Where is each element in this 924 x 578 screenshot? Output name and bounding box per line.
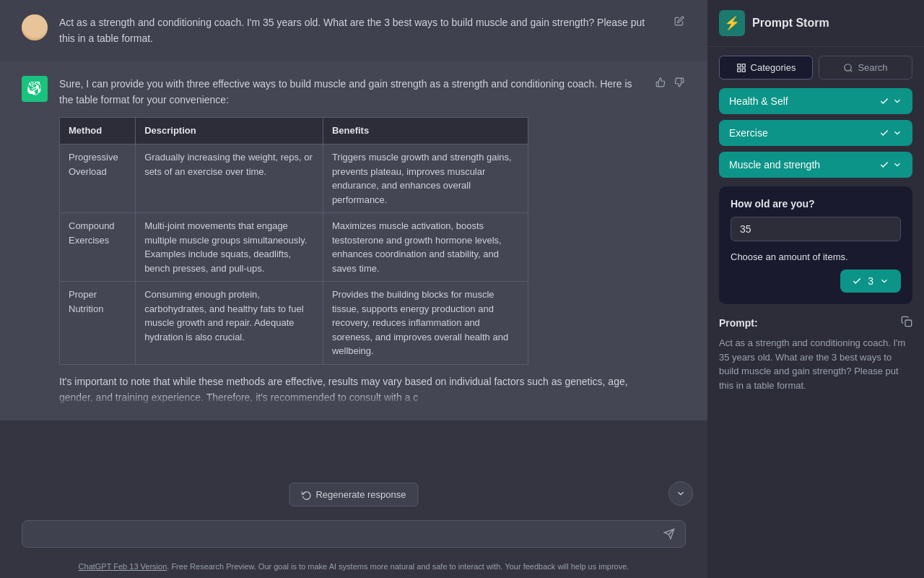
ai-intro-text: Sure, I can provide you with three effec… [59, 76, 642, 108]
table-row: Proper NutritionConsuming enough protein… [60, 282, 528, 365]
regen-area: Regenerate response [289, 483, 418, 506]
table-cell-benefits: Provides the building blocks for muscle … [323, 282, 528, 365]
svg-rect-8 [905, 320, 912, 327]
table-row: Compound ExercisesMulti-joint movements … [60, 213, 528, 282]
svg-rect-3 [742, 64, 745, 66]
ps-prompt-text: Act as a strength and conditioning coach… [719, 336, 912, 392]
ps-categories: Health & Self Exercise Muscle and streng… [707, 88, 924, 186]
tab-categories[interactable]: Categories [719, 56, 813, 79]
table-cell-method: Compound Exercises [60, 213, 136, 282]
footer-text-rest: . Free Research Preview. Our goal is to … [167, 562, 629, 571]
health-self-check-chevron [879, 96, 902, 106]
ps-prompt-section: Prompt: Act as a strength and conditioni… [719, 316, 912, 392]
table-cell-benefits: Triggers muscle growth and strength gain… [323, 144, 528, 213]
category-muscle-strength[interactable]: Muscle and strength [719, 152, 912, 178]
category-exercise[interactable]: Exercise [719, 120, 912, 146]
amount-value: 3 [868, 275, 873, 287]
user-message-actions [673, 14, 686, 30]
age-input[interactable] [731, 217, 901, 241]
category-exercise-label: Exercise [729, 127, 768, 139]
exercise-check-chevron [879, 128, 902, 138]
chat-footer: ChatGPT Feb 13 Version. Free Research Pr… [0, 558, 707, 578]
svg-line-7 [850, 69, 853, 72]
age-label: How old are you? [731, 198, 901, 210]
chat-messages: Act as a strength and conditioning coach… [0, 0, 707, 477]
amount-label: Choose an amount of items. [731, 251, 901, 262]
send-button[interactable] [663, 528, 675, 540]
user-avatar [22, 14, 48, 40]
table-header-benefits: Benefits [323, 117, 528, 144]
user-message: Act as a strength and conditioning coach… [0, 0, 707, 61]
svg-rect-4 [737, 69, 740, 72]
user-face-graphic [22, 14, 48, 40]
prompt-storm-panel: ⚡ Prompt Storm Categories Search Health … [707, 0, 924, 578]
ps-title: Prompt Storm [752, 17, 829, 30]
footer-link[interactable]: ChatGPT Feb 13 Version [79, 562, 167, 571]
regen-container: Regenerate response [0, 477, 707, 513]
ps-copy-button[interactable] [901, 316, 912, 330]
muscle-strength-check-chevron [879, 160, 902, 170]
thumbs-up-button[interactable] [654, 76, 667, 91]
chat-input-wrapper [22, 520, 686, 548]
table-header-description: Description [136, 117, 323, 144]
amount-select-button[interactable]: 3 [840, 269, 901, 293]
edit-message-button[interactable] [673, 14, 686, 30]
ps-header: ⚡ Prompt Storm [707, 0, 924, 47]
svg-rect-5 [742, 69, 745, 72]
ps-prompt-header: Prompt: [719, 316, 912, 330]
amount-btn-area: 3 [731, 269, 901, 293]
svg-point-6 [845, 64, 851, 70]
category-muscle-strength-label: Muscle and strength [729, 159, 820, 171]
ps-tabs: Categories Search [707, 47, 924, 88]
tab-search[interactable]: Search [819, 56, 912, 79]
ps-logo: ⚡ [719, 10, 745, 36]
response-table: Method Description Benefits Progressive … [59, 117, 528, 365]
ps-prompt-title: Prompt: [719, 317, 758, 329]
ai-message: Sure, I can provide you with three effec… [0, 61, 707, 420]
table-cell-method: Proper Nutrition [60, 282, 136, 365]
table-header-method: Method [60, 117, 136, 144]
table-cell-description: Consuming enough protein, carbohydrates,… [136, 282, 323, 365]
ai-message-actions [654, 76, 686, 91]
category-health-self[interactable]: Health & Self [719, 88, 912, 114]
category-health-self-label: Health & Self [729, 95, 788, 107]
tab-categories-label: Categories [751, 62, 796, 73]
ps-config-box: How old are you? Choose an amount of ite… [719, 186, 912, 304]
thumbs-down-button[interactable] [673, 76, 686, 91]
ai-avatar [22, 76, 48, 102]
ai-message-content: Sure, I can provide you with three effec… [59, 76, 642, 406]
ai-outro-text: It's important to note that while these … [59, 374, 642, 406]
table-cell-method: Progressive Overload [60, 144, 136, 213]
svg-rect-2 [737, 64, 740, 66]
chat-input-area [0, 513, 707, 558]
regen-button[interactable]: Regenerate response [289, 483, 418, 506]
table-row: Progressive OverloadGradually increasing… [60, 144, 528, 213]
table-cell-benefits: Maximizes muscle activation, boosts test… [323, 213, 528, 282]
scroll-bottom-button[interactable] [668, 481, 693, 506]
chat-panel: Act as a strength and conditioning coach… [0, 0, 707, 578]
tab-search-label: Search [858, 62, 887, 73]
chat-input[interactable] [32, 528, 658, 540]
table-cell-description: Gradually increasing the weight, reps, o… [136, 144, 323, 213]
table-cell-description: Multi-joint movements that engage multip… [136, 213, 323, 282]
regen-label: Regenerate response [315, 489, 406, 500]
user-message-text: Act as a strength and conditioning coach… [59, 14, 661, 47]
